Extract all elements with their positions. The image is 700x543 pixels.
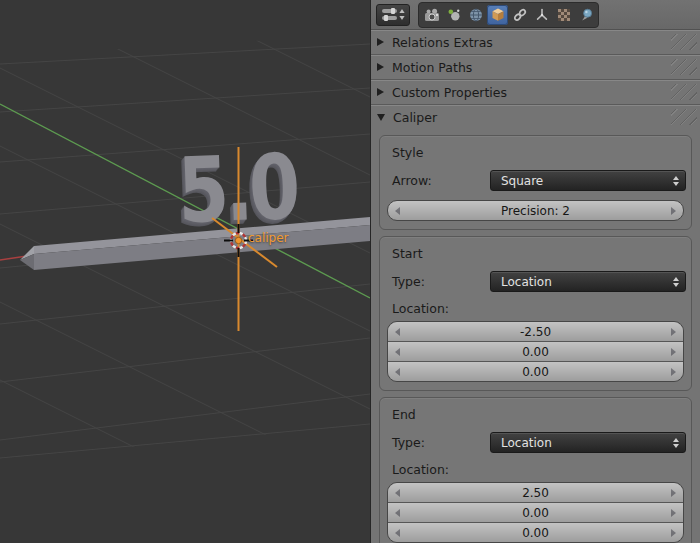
start-location-y-value: 0.00 [522, 345, 549, 359]
dropdown-updown-icon [673, 176, 679, 186]
chain-icon [512, 7, 528, 23]
world-icon [468, 7, 484, 23]
panel-title: Caliper [393, 110, 437, 125]
end-location-x-value: 2.50 [522, 486, 549, 500]
checker-icon [556, 7, 572, 23]
style-groupbox: Style Arrow: Square Precision: 2 [379, 135, 692, 230]
precision-slider[interactable]: Precision: 2 [387, 200, 684, 221]
end-type-value: Location [501, 436, 673, 450]
increment-arrow-icon[interactable] [671, 489, 676, 497]
object-origin-dot [235, 237, 241, 243]
panel-title: Motion Paths [392, 60, 472, 75]
collapse-arrow-icon [377, 38, 384, 46]
arrow-dropdown[interactable]: Square [490, 170, 686, 191]
increment-arrow-icon[interactable] [671, 529, 676, 537]
start-location-z-value: 0.00 [522, 365, 549, 379]
start-type-value: Location [501, 275, 673, 289]
start-location-x-value: -2.50 [520, 325, 551, 339]
start-location-label: Location: [392, 301, 686, 316]
tab-world[interactable] [465, 5, 486, 25]
properties-editor-icon [381, 7, 405, 22]
axes-icon [534, 7, 550, 23]
end-type-label: Type: [385, 435, 490, 450]
panel-header-custom-properties[interactable]: Custom Properties [371, 80, 700, 105]
cube-icon [490, 7, 506, 23]
dropdown-updown-icon [673, 438, 679, 448]
collapse-arrow-icon [377, 63, 384, 71]
tab-object[interactable] [487, 5, 508, 25]
panel-title: Relations Extras [392, 35, 493, 50]
panel-header-motion-paths[interactable]: Motion Paths [371, 55, 700, 80]
viewport-grid-and-objects [0, 0, 370, 543]
start-location-y-field[interactable]: 0.00 [388, 342, 683, 362]
start-groupbox: Start Type: Location Location: -2.50 0.0… [379, 236, 692, 391]
increment-arrow-icon[interactable] [671, 509, 676, 517]
camera-icon [424, 7, 440, 23]
increment-arrow-icon[interactable] [671, 207, 676, 215]
dimension-text-3d: 5.0 [176, 134, 298, 243]
end-location-x-field[interactable]: 2.50 [388, 483, 683, 503]
object-name-label: caliper [248, 231, 289, 245]
decrement-arrow-icon[interactable] [395, 328, 400, 336]
start-location-x-field[interactable]: -2.50 [388, 322, 683, 342]
increment-arrow-icon[interactable] [671, 348, 676, 356]
panel-drag-grip[interactable] [671, 109, 697, 125]
tab-constraints[interactable] [509, 5, 530, 25]
panel-header-caliper[interactable]: Caliper [371, 105, 700, 129]
properties-header [371, 0, 700, 30]
end-location-y-value: 0.00 [522, 506, 549, 520]
3d-viewport[interactable]: 5.0 caliper [0, 0, 370, 543]
arrow-dropdown-value: Square [501, 174, 673, 188]
decrement-arrow-icon[interactable] [395, 368, 400, 376]
decrement-arrow-icon[interactable] [395, 207, 400, 215]
panel-drag-grip[interactable] [671, 84, 697, 100]
blender-window: 5.0 caliper [0, 0, 700, 543]
panel-drag-grip[interactable] [671, 59, 697, 75]
end-location-z-value: 0.00 [522, 526, 549, 540]
tab-render[interactable] [421, 5, 442, 25]
collapse-arrow-icon [377, 88, 384, 96]
increment-arrow-icon[interactable] [671, 328, 676, 336]
end-type-dropdown[interactable]: Location [490, 432, 686, 453]
pin-icon [578, 7, 594, 23]
expand-arrow-icon [377, 114, 385, 121]
start-location-z-field[interactable]: 0.00 [388, 362, 683, 381]
start-type-label: Type: [385, 274, 490, 289]
increment-arrow-icon[interactable] [671, 368, 676, 376]
tab-physics[interactable] [575, 5, 596, 25]
end-title: End [392, 407, 686, 422]
panel-header-relations-extras[interactable]: Relations Extras [371, 30, 700, 55]
scene-icon [446, 7, 462, 23]
properties-context-tabs [418, 2, 599, 28]
end-groupbox: End Type: Location Location: 2.50 0.00 [379, 397, 692, 543]
decrement-arrow-icon[interactable] [395, 509, 400, 517]
arrow-label: Arrow: [385, 173, 490, 188]
properties-editor: Relations Extras Motion Paths Custom Pro… [370, 0, 700, 543]
tab-object-data[interactable] [531, 5, 552, 25]
panel-title: Custom Properties [392, 85, 507, 100]
panel-drag-grip[interactable] [671, 34, 697, 50]
tab-scene[interactable] [443, 5, 464, 25]
start-location-fields: -2.50 0.00 0.00 [387, 321, 684, 382]
decrement-arrow-icon[interactable] [395, 348, 400, 356]
dropdown-updown-icon [673, 277, 679, 287]
style-title: Style [392, 145, 686, 160]
start-type-dropdown[interactable]: Location [490, 271, 686, 292]
end-location-fields: 2.50 0.00 0.00 [387, 482, 684, 543]
editor-type-selector[interactable] [376, 4, 410, 26]
end-location-label: Location: [392, 462, 686, 477]
start-title: Start [392, 246, 686, 261]
precision-value: Precision: 2 [501, 204, 570, 218]
end-location-y-field[interactable]: 0.00 [388, 503, 683, 523]
end-location-z-field[interactable]: 0.00 [388, 523, 683, 542]
decrement-arrow-icon[interactable] [395, 529, 400, 537]
decrement-arrow-icon[interactable] [395, 489, 400, 497]
tab-texture[interactable] [553, 5, 574, 25]
